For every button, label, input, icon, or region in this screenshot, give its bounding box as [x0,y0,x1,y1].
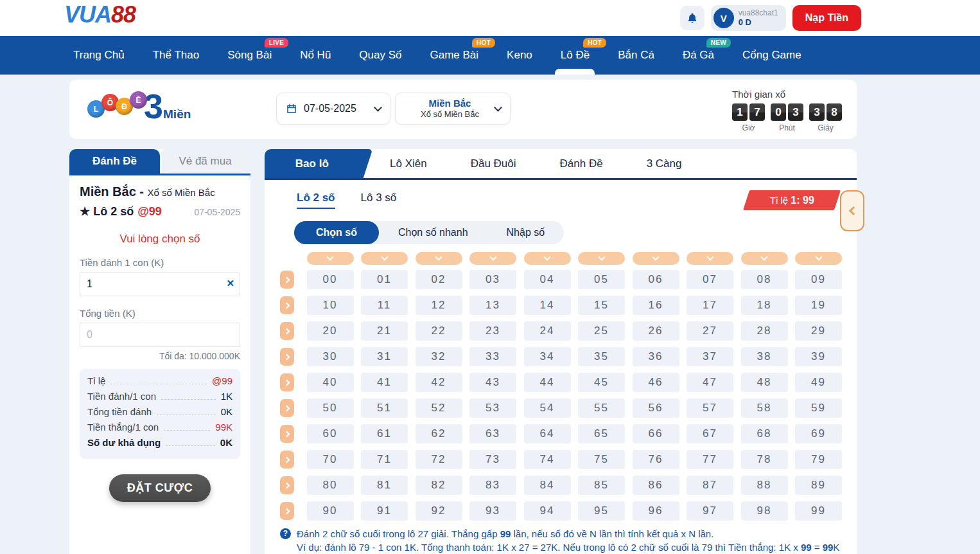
row-select-4[interactable] [280,373,294,391]
number-cell-02[interactable]: 02 [416,270,462,289]
number-cell-67[interactable]: 67 [687,424,733,443]
number-cell-06[interactable]: 06 [633,270,679,289]
number-cell-97[interactable]: 97 [687,501,733,521]
nav-item-game-bai[interactable]: Game BàiHOT [416,36,493,75]
number-cell-16[interactable]: 16 [633,296,679,315]
row-select-3[interactable] [280,348,294,366]
number-cell-98[interactable]: 98 [741,501,788,521]
number-cell-17[interactable]: 17 [687,296,733,315]
number-cell-91[interactable]: 91 [361,501,408,521]
number-cell-40[interactable]: 40 [307,373,354,392]
tab-danh-de[interactable]: Đánh Đề [538,149,625,178]
column-select-7[interactable] [687,252,733,265]
number-cell-82[interactable]: 82 [416,476,462,495]
row-select-0[interactable] [280,271,294,289]
number-cell-04[interactable]: 04 [524,270,571,289]
number-cell-58[interactable]: 58 [741,398,788,418]
number-cell-83[interactable]: 83 [469,476,516,495]
number-cell-84[interactable]: 84 [524,476,571,495]
column-select-4[interactable] [524,252,571,265]
number-cell-93[interactable]: 93 [469,501,516,521]
number-cell-75[interactable]: 75 [578,450,625,469]
number-cell-85[interactable]: 85 [578,476,625,495]
number-cell-48[interactable]: 48 [741,373,788,392]
number-cell-10[interactable]: 10 [307,296,354,315]
number-cell-49[interactable]: 49 [795,373,842,392]
number-cell-95[interactable]: 95 [578,501,625,521]
number-cell-23[interactable]: 23 [469,321,516,341]
number-cell-79[interactable]: 79 [795,450,842,469]
number-cell-60[interactable]: 60 [307,424,354,443]
nav-item-lo-de[interactable]: Lô ĐềHOT [547,36,604,75]
nav-item-song-bai[interactable]: Sòng BàiLIVE [213,36,286,75]
row-select-7[interactable] [280,451,294,469]
row-select-2[interactable] [280,322,294,340]
number-cell-69[interactable]: 69 [795,424,842,443]
nav-item-quay-so[interactable]: Quay Số [345,36,416,75]
row-select-1[interactable] [280,296,294,314]
number-cell-78[interactable]: 78 [741,450,788,469]
number-cell-59[interactable]: 59 [795,398,842,418]
place-bet-button[interactable]: ĐẶT CƯỢC [109,474,211,502]
number-cell-00[interactable]: 00 [307,270,354,289]
number-cell-57[interactable]: 57 [687,398,733,418]
number-cell-15[interactable]: 15 [578,296,625,315]
number-cell-86[interactable]: 86 [633,476,679,495]
nav-item-da-ga[interactable]: Đá GàNEW [669,36,728,75]
number-cell-05[interactable]: 05 [578,270,625,289]
region-select[interactable]: Miền Bắc Xổ số Miền Bắc [395,93,511,125]
column-select-1[interactable] [361,252,408,265]
number-cell-27[interactable]: 27 [687,321,733,341]
number-cell-21[interactable]: 21 [361,321,408,341]
number-cell-53[interactable]: 53 [469,398,516,418]
nav-item-trang-chu[interactable]: Trang Chủ [59,36,139,75]
row-select-9[interactable] [280,502,294,520]
number-cell-13[interactable]: 13 [469,296,516,315]
number-cell-32[interactable]: 32 [416,347,462,366]
number-cell-31[interactable]: 31 [361,347,408,366]
site-logo[interactable]: VUA88 [64,1,136,28]
number-cell-20[interactable]: 20 [307,321,354,341]
pill-chon-so-nhanh[interactable]: Chọn số nhanh [379,221,487,244]
sidebar-tab-danh-de[interactable]: Đánh Đề [69,149,160,174]
number-cell-45[interactable]: 45 [578,373,625,392]
tab-dau-duoi[interactable]: Đầu Đuôi [449,149,538,178]
column-select-5[interactable] [578,252,625,265]
notifications-button[interactable] [680,6,704,30]
number-cell-56[interactable]: 56 [633,398,679,418]
number-cell-71[interactable]: 71 [361,450,408,469]
number-cell-72[interactable]: 72 [416,450,462,469]
date-select[interactable]: 07-05-2025 [276,93,390,125]
number-cell-35[interactable]: 35 [578,347,625,366]
tab-bao-lo[interactable]: Bao lô [265,149,372,178]
column-select-6[interactable] [633,252,679,265]
number-cell-62[interactable]: 62 [416,424,462,443]
number-cell-39[interactable]: 39 [795,347,842,366]
nav-item-no-hu[interactable]: Nổ Hũ [286,36,345,75]
column-select-3[interactable] [469,252,516,265]
number-cell-29[interactable]: 29 [795,321,842,341]
number-cell-68[interactable]: 68 [741,424,788,443]
number-cell-63[interactable]: 63 [469,424,516,443]
user-account-chip[interactable]: V vua88chat1 0 D [711,5,786,31]
column-select-0[interactable] [307,252,354,265]
number-cell-51[interactable]: 51 [361,398,408,418]
number-cell-47[interactable]: 47 [687,373,733,392]
number-cell-36[interactable]: 36 [633,347,679,366]
number-cell-19[interactable]: 19 [795,296,842,315]
pill-chon-so[interactable]: Chọn số [294,221,379,244]
number-cell-37[interactable]: 37 [687,347,733,366]
number-cell-11[interactable]: 11 [361,296,408,315]
nav-item-the-thao[interactable]: Thể Thao [139,36,213,75]
number-cell-30[interactable]: 30 [307,347,354,366]
column-select-2[interactable] [416,252,462,265]
number-cell-07[interactable]: 07 [687,270,733,289]
number-cell-92[interactable]: 92 [416,501,462,521]
number-cell-74[interactable]: 74 [524,450,571,469]
row-select-8[interactable] [280,476,294,494]
number-cell-80[interactable]: 80 [307,476,354,495]
number-cell-14[interactable]: 14 [524,296,571,315]
tab-lo-xien[interactable]: Lô Xiên [368,149,449,178]
number-cell-25[interactable]: 25 [578,321,625,341]
pill-nhap-so[interactable]: Nhập số [487,221,564,244]
